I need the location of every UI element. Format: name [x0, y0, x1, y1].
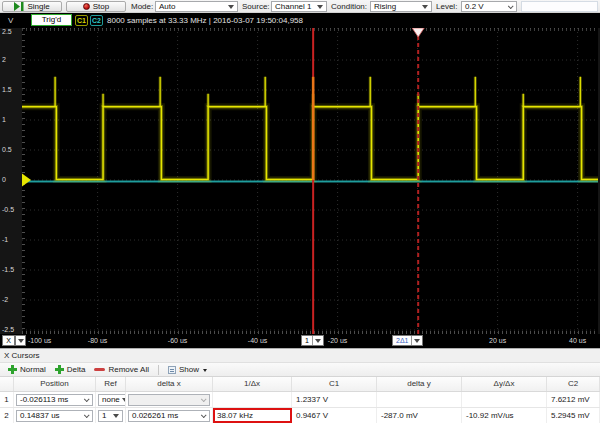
y-tick-label: 2.5	[2, 28, 22, 35]
header-ref: Ref	[96, 377, 126, 391]
cursor2-delta-y-value: -287.0 mV	[377, 408, 462, 423]
header-delta-y: delta y	[377, 377, 462, 391]
stop-button[interactable]: Stop	[66, 1, 126, 12]
cursor2-flag[interactable]: 2Δ1	[392, 335, 423, 346]
y-tick-label: 1	[2, 116, 22, 123]
channel1-badge[interactable]: C1	[75, 15, 88, 26]
cursor1-inv-dx-value	[213, 392, 292, 407]
header-inv-dx: 1/Δx	[213, 377, 292, 391]
cursor1-delta-y-value	[377, 392, 462, 407]
x-tick-label: -60 us	[164, 337, 192, 344]
toolbar-separator	[158, 365, 159, 375]
panel-title: X Cursors	[0, 349, 600, 362]
chevron-down-icon	[201, 396, 207, 402]
source-label: Source:	[242, 2, 270, 11]
y-tick-label: -2.5	[2, 326, 22, 333]
chevron-down-icon	[228, 5, 234, 9]
top-toolbar: Single Stop Mode: Auto Source: Channel 1…	[0, 0, 600, 13]
add-normal-cursor-button[interactable]: Normal	[8, 365, 46, 374]
single-run-icon	[14, 2, 24, 11]
source-select[interactable]: Channel 1	[271, 1, 327, 12]
cursor2-ref-select[interactable]: 1	[98, 410, 123, 422]
chevron-down-icon	[317, 5, 323, 9]
channel2-badge[interactable]: C2	[90, 15, 103, 26]
y-tick-label: 2	[2, 56, 22, 63]
waveform-svg	[0, 28, 600, 334]
y-tick-label: -1.5	[2, 266, 22, 273]
minus-icon	[94, 367, 105, 372]
chevron-down-icon	[113, 414, 119, 418]
cursor2-c1-value: 0.9467 V	[292, 408, 377, 423]
cursor1-flag[interactable]: 1	[301, 335, 324, 346]
cursor2-position-input[interactable]: 0.14837 us	[16, 410, 93, 422]
y-axis-unit-label: V	[8, 16, 13, 25]
x-tick-label: -80 us	[84, 337, 112, 344]
chevron-down-icon	[201, 412, 207, 418]
chevron-down-icon	[18, 339, 24, 343]
row1-number: 1	[0, 392, 14, 407]
x-tick-label: -100 us	[28, 337, 51, 344]
cursor-table-header: Position Ref delta x 1/Δx C1 delta y Δy/…	[0, 377, 600, 392]
condition-select[interactable]: Rising	[370, 1, 432, 12]
show-menu-button[interactable]: Show	[168, 365, 207, 374]
cursor-row-2: 2 0.14837 us 1 0.026261 ms 38.07 kHz 0.9…	[0, 408, 600, 423]
x-axis-bar: X -100 us-80 us-60 us-40 us-20 us20 us40…	[0, 334, 600, 348]
cursors-toolbar: Normal Delta Remove All Show	[0, 362, 600, 377]
y-tick-label: -2	[2, 296, 22, 303]
chevron-down-icon	[422, 5, 428, 9]
row2-number: 2	[0, 408, 14, 423]
y-tick-label: 0.5	[2, 146, 22, 153]
chevron-down-icon	[84, 412, 90, 418]
cursor2-inv-dx-value-highlighted: 38.07 kHz	[213, 408, 292, 423]
x-axis-menu-arrow[interactable]	[15, 335, 26, 346]
chevron-down-icon	[315, 339, 321, 343]
list-icon	[168, 366, 176, 374]
chevron-down-icon	[414, 339, 420, 343]
y-tick-label: -0.5	[2, 206, 22, 213]
condition-label: Condition:	[331, 2, 367, 11]
header-delta-x: delta x	[126, 377, 213, 391]
single-button-label: Single	[27, 2, 49, 11]
cursor-table: Position Ref delta x 1/Δx C1 delta y Δy/…	[0, 377, 600, 423]
y-tick-label: -1	[2, 236, 22, 243]
y-tick-label: 1.5	[2, 86, 22, 93]
y-tick-label: 0	[2, 176, 22, 183]
cursor-row-1: 1 -0.026113 ms none 1.2337 V 7.6212 mV	[0, 392, 600, 408]
trigger-status-badge: Trig'd	[31, 14, 72, 26]
oscilloscope-app: Single Stop Mode: Auto Source: Channel 1…	[0, 0, 600, 423]
header-dy-dx: Δy/Δx	[462, 377, 547, 391]
trigger-position-marker[interactable]	[412, 28, 424, 37]
x-axis-menu-button[interactable]: X	[2, 335, 15, 346]
plus-icon	[8, 365, 17, 374]
capture-info-text: 8000 samples at 33.33 MHz | 2016-03-07 1…	[107, 16, 303, 25]
header-position: Position	[14, 377, 96, 391]
add-delta-cursor-button[interactable]: Delta	[55, 365, 86, 374]
x-tick-label: 20 us	[484, 337, 512, 344]
ch1-level-marker	[22, 174, 31, 187]
plus-icon	[55, 365, 64, 374]
level-label: Level:	[436, 2, 457, 11]
waveform-display[interactable]: 2.521.510.50-0.5-1-1.5-2-2.5	[0, 28, 600, 334]
toolbar-blank-field	[521, 1, 598, 12]
x-tick-label: -40 us	[244, 337, 272, 344]
stop-button-label: Stop	[93, 2, 109, 11]
mode-label: Mode:	[131, 2, 153, 11]
mode-select[interactable]: Auto	[155, 1, 238, 12]
chevron-down-icon	[203, 369, 207, 372]
cursor1-c1-value: 1.2337 V	[292, 392, 377, 407]
cursor1-deltax-input	[128, 394, 210, 406]
cursor1-c2-value: 7.6212 mV	[547, 392, 600, 407]
cursor2-dy-dx-value: -10.92 mV/us	[462, 408, 547, 423]
header-c1: C1	[292, 377, 377, 391]
level-input[interactable]: 0.2 V	[461, 1, 517, 12]
cursor1-position-input[interactable]: -0.026113 ms	[16, 394, 93, 406]
cursor2-c2-value: 5.2945 mV	[547, 408, 600, 423]
cursor2-deltax-input[interactable]: 0.026261 ms	[128, 410, 210, 422]
cursor1-ref-select[interactable]: none	[98, 394, 126, 406]
x-tick-label: 40 us	[564, 337, 592, 344]
remove-all-cursors-button[interactable]: Remove All	[94, 365, 148, 374]
chevron-down-icon	[508, 3, 514, 9]
cursor1-dy-dx-value	[462, 392, 547, 407]
status-bar: V Trig'd C1 C2 8000 samples at 33.33 MHz…	[0, 13, 600, 28]
single-button[interactable]: Single	[2, 1, 62, 12]
